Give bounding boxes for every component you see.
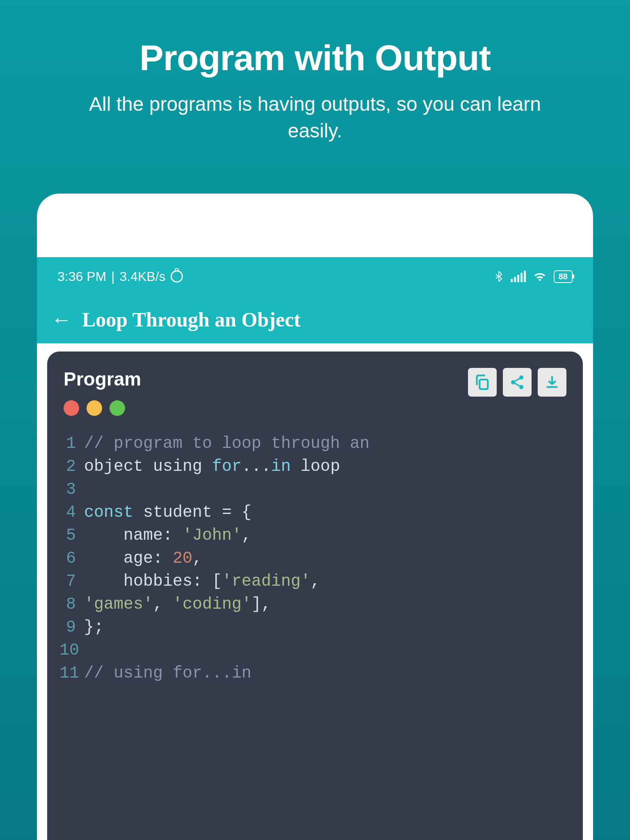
copy-icon xyxy=(474,374,491,390)
line-number: 4 xyxy=(59,501,84,524)
code-header: Program xyxy=(47,368,583,428)
svg-point-2 xyxy=(511,380,515,384)
line-number: 8 xyxy=(59,593,84,616)
svg-point-1 xyxy=(519,375,523,379)
yellow-dot-icon xyxy=(87,400,102,416)
line-content: const student = { xyxy=(84,501,251,524)
line-number: 3 xyxy=(59,478,84,501)
page-subtitle: All the programs is having outputs, so y… xyxy=(0,79,630,144)
line-number: 10 xyxy=(59,639,84,662)
svg-point-3 xyxy=(519,385,523,389)
share-icon xyxy=(509,374,525,390)
header-title: Loop Through an Object xyxy=(82,308,301,331)
line-content: // program to loop through an xyxy=(84,432,370,455)
code-line: 1// program to loop through an xyxy=(59,432,571,455)
line-content: name: 'John', xyxy=(84,524,251,547)
alarm-icon xyxy=(171,270,183,283)
red-dot-icon xyxy=(64,400,79,416)
program-label: Program xyxy=(64,368,141,390)
line-content: object using for...in loop xyxy=(84,455,340,478)
page-title: Program with Output xyxy=(0,0,630,79)
line-number: 11 xyxy=(59,662,84,685)
code-line: 5 name: 'John', xyxy=(59,524,571,547)
copy-button[interactable] xyxy=(468,368,497,397)
line-content: 'games', 'coding'], xyxy=(84,593,271,616)
svg-line-4 xyxy=(515,378,520,381)
code-content: 1// program to loop through an2object us… xyxy=(47,428,583,685)
line-number: 2 xyxy=(59,455,84,478)
status-speed: 3.4KB/s xyxy=(119,269,165,284)
line-content: hobbies: ['reading', xyxy=(84,570,320,593)
line-content: }; xyxy=(84,616,104,639)
code-line: 2object using for...in loop xyxy=(59,455,571,478)
code-line: 11// using for...in xyxy=(59,662,571,685)
traffic-lights xyxy=(64,400,141,416)
back-button[interactable]: ← xyxy=(51,308,72,331)
line-number: 9 xyxy=(59,616,84,639)
status-right: 88 xyxy=(494,270,573,283)
share-button[interactable] xyxy=(503,368,532,397)
status-separator: | xyxy=(111,269,114,284)
code-line: 10 xyxy=(59,639,571,662)
code-line: 9}; xyxy=(59,616,571,639)
download-button[interactable] xyxy=(538,368,566,397)
line-number: 1 xyxy=(59,432,84,455)
line-content: // using for...in xyxy=(84,662,251,685)
bluetooth-icon xyxy=(494,271,503,282)
device-frame: 3:36 PM | 3.4KB/s 88 ← Loop Through an O… xyxy=(37,194,593,840)
line-number: 5 xyxy=(59,524,84,547)
signal-icon xyxy=(511,271,526,282)
line-number: 7 xyxy=(59,570,84,593)
code-container: Program 1// program to loo xyxy=(47,352,583,840)
status-left: 3:36 PM | 3.4KB/s xyxy=(57,269,183,284)
battery-icon: 88 xyxy=(554,270,573,283)
action-buttons xyxy=(468,368,566,397)
app-header: ← Loop Through an Object xyxy=(37,296,593,343)
status-time: 3:36 PM xyxy=(57,269,106,284)
wifi-icon xyxy=(533,270,546,283)
code-line: 4const student = { xyxy=(59,501,571,524)
code-line: 3 xyxy=(59,478,571,501)
code-line: 8'games', 'coding'], xyxy=(59,593,571,616)
line-content: age: 20, xyxy=(84,547,202,570)
code-line: 7 hobbies: ['reading', xyxy=(59,570,571,593)
line-number: 6 xyxy=(59,547,84,570)
status-bar: 3:36 PM | 3.4KB/s 88 xyxy=(37,257,593,296)
green-dot-icon xyxy=(110,400,125,416)
download-icon xyxy=(544,374,560,390)
svg-line-5 xyxy=(515,383,520,386)
svg-rect-0 xyxy=(479,379,488,389)
code-line: 6 age: 20, xyxy=(59,547,571,570)
